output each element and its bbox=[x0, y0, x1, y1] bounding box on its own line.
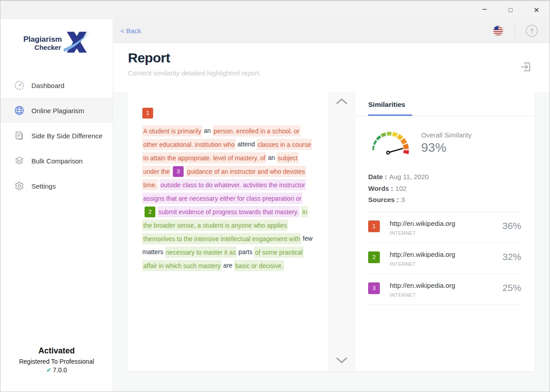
scrollbar[interactable] bbox=[328, 92, 356, 371]
page-title: Report bbox=[128, 50, 550, 66]
sidebar-item-label: Dashboard bbox=[31, 82, 64, 89]
gear-icon bbox=[14, 181, 25, 191]
sidebar-item-label: Side By Side Difference bbox=[31, 132, 102, 140]
back-link[interactable]: < Back bbox=[120, 27, 141, 35]
source-2-badge[interactable]: 2 bbox=[145, 207, 155, 217]
logo-x-icon bbox=[63, 30, 90, 57]
content-area: 1A student is primarily an person. enrol… bbox=[113, 92, 550, 392]
meta-date-label: Date : bbox=[368, 171, 387, 183]
meta-sources-value: 3 bbox=[401, 194, 405, 206]
document-text-panel: 1A student is primarily an person. enrol… bbox=[128, 92, 328, 371]
report-card: 1A student is primarily an person. enrol… bbox=[128, 92, 535, 371]
source-url[interactable]: http://en.wikipedia.org bbox=[390, 220, 455, 227]
dashboard-gauge-icon bbox=[14, 80, 25, 91]
source-1-badge[interactable]: 1 bbox=[142, 108, 153, 119]
activation-version: ✔7.0.0 bbox=[0, 366, 113, 374]
sidebar-item-settings[interactable]: Settings bbox=[0, 173, 113, 198]
highlighted-segment-source-2: basic or decisive. bbox=[234, 260, 284, 271]
meta-date: Date : Aug 11, 2020 bbox=[368, 171, 521, 183]
sidebar-item-label: Settings bbox=[31, 182, 56, 190]
minimize-icon: – bbox=[482, 4, 487, 13]
report-text: 1A student is primarily an person. enrol… bbox=[142, 108, 313, 272]
globe-icon bbox=[14, 105, 25, 116]
meta-sources: Sources : 3 bbox=[368, 194, 521, 206]
top-bar: < Back bbox=[113, 19, 550, 43]
source-percent: 36% bbox=[502, 220, 521, 231]
title-bar: – □ × bbox=[0, 0, 550, 19]
activation-registered: Registered To Professional bbox=[0, 358, 113, 365]
source-3-badge: 3 bbox=[368, 282, 380, 294]
text-segment: are bbox=[221, 262, 234, 269]
version-number: 7.0.0 bbox=[53, 366, 67, 374]
sidebar-item-bulk-comparison[interactable]: Bulk Comparison bbox=[0, 148, 113, 173]
highlighted-segment-source-3: outside class to do whatever. activities… bbox=[142, 179, 306, 204]
app-logo: Plagiarism Checker bbox=[0, 19, 113, 65]
source-type: INTERNET bbox=[390, 230, 455, 236]
logo-text: Plagiarism Checker bbox=[23, 35, 62, 52]
app-window: – □ × Plagiarism Checker bbox=[0, 0, 550, 392]
sidebar-item-online-plagiarism[interactable]: Online Plagiarism bbox=[0, 98, 113, 123]
meta-sources-label: Sources : bbox=[368, 194, 399, 206]
text-segment: an bbox=[202, 127, 212, 134]
close-button[interactable]: × bbox=[524, 1, 550, 18]
highlighted-segment-source-1: A student is primarily bbox=[142, 125, 202, 137]
page-header: Report Content similarity detailed highl… bbox=[113, 43, 550, 92]
logo-line2: Checker bbox=[23, 44, 62, 51]
scroll-up-icon[interactable] bbox=[335, 98, 348, 106]
text-segment: parts bbox=[237, 248, 254, 255]
sidebar-item-label: Bulk Comparison bbox=[31, 157, 83, 165]
source-type: INTERNET bbox=[390, 261, 455, 267]
layers-icon bbox=[14, 155, 25, 166]
meta-words-label: Words : bbox=[368, 183, 393, 194]
maximize-icon: □ bbox=[509, 6, 512, 13]
source-percent: 32% bbox=[502, 251, 521, 262]
report-meta: Date : Aug 11, 2020 Words : 102 Sources … bbox=[368, 171, 521, 206]
highlighted-segment-source-2: necessary to master it as bbox=[165, 247, 237, 258]
overall-similarity-label: Overall Similarity bbox=[421, 131, 472, 139]
activation-info: Activated Registered To Professional ✔7.… bbox=[0, 346, 113, 374]
source-row-3[interactable]: 3 http://en.wikipedia.org INTERNET 25% bbox=[368, 274, 521, 305]
sidebar-nav: Dashboard Online Plagiarism bbox=[0, 73, 113, 198]
us-flag-icon[interactable] bbox=[493, 25, 504, 36]
meta-words-value: 102 bbox=[396, 183, 407, 194]
similarities-tabs: Similarities bbox=[356, 92, 535, 116]
sidebar: Plagiarism Checker bbox=[0, 19, 113, 392]
activation-status: Activated bbox=[0, 346, 113, 356]
check-icon: ✔ bbox=[46, 366, 52, 374]
documents-icon bbox=[14, 130, 25, 141]
sidebar-item-dashboard[interactable]: Dashboard bbox=[0, 73, 113, 98]
source-1-badge: 1 bbox=[368, 220, 380, 232]
sidebar-item-label: Online Plagiarism bbox=[31, 107, 84, 115]
page-subtitle: Content similarity detailed highlighted … bbox=[128, 69, 550, 77]
source-row-1[interactable]: 1 http://en.wikipedia.org INTERNET 36% bbox=[368, 212, 521, 243]
close-icon: × bbox=[534, 4, 539, 15]
meta-words: Words : 102 bbox=[368, 183, 521, 194]
maximize-button[interactable]: □ bbox=[497, 1, 524, 18]
source-type: INTERNET bbox=[390, 292, 455, 298]
scroll-down-icon[interactable] bbox=[335, 357, 348, 365]
tab-similarities[interactable]: Similarities bbox=[368, 92, 412, 116]
source-percent: 25% bbox=[502, 282, 521, 293]
main-column: < Back bbox=[113, 19, 550, 392]
meta-date-value: Aug 11, 2020 bbox=[389, 171, 429, 183]
minimize-button[interactable]: – bbox=[471, 1, 497, 18]
text-segment: an bbox=[266, 154, 277, 161]
source-2-badge: 2 bbox=[368, 251, 380, 263]
text-segment: attend bbox=[236, 141, 257, 148]
highlighted-segment-source-3: submit evidence of progress towards that… bbox=[158, 206, 299, 217]
similarity-gauge-icon bbox=[368, 126, 411, 159]
source-url[interactable]: http://en.wikipedia.org bbox=[390, 282, 455, 289]
overall-similarity-value: 93% bbox=[421, 141, 472, 155]
export-report-icon[interactable] bbox=[520, 61, 532, 74]
source-3-badge[interactable]: 3 bbox=[173, 166, 184, 177]
sidebar-item-side-by-side[interactable]: Side By Side Difference bbox=[0, 123, 113, 148]
similarities-panel: Similarities bbox=[356, 92, 535, 371]
source-url[interactable]: http://en.wikipedia.org bbox=[390, 251, 455, 258]
topbar-divider bbox=[515, 25, 515, 37]
source-row-2[interactable]: 2 http://en.wikipedia.org INTERNET 32% bbox=[368, 243, 521, 274]
help-icon[interactable]: ? bbox=[526, 25, 538, 37]
logo-line1: Plagiarism bbox=[23, 35, 62, 44]
overall-similarity-row: Overall Similarity 93% bbox=[368, 126, 521, 159]
